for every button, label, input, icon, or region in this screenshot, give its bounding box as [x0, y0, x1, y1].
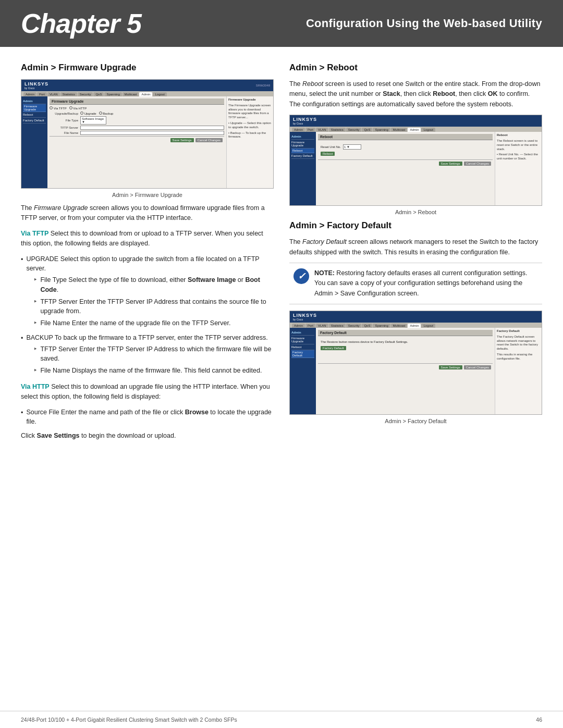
reboot-body: The Reboot screen is used to reset one S… — [289, 79, 542, 109]
page-footer: 24/48-Port 10/100 + 4-Port Gigabit Resil… — [0, 711, 563, 728]
upgrade-bullets: • UPGRADE Select this option to upgrade … — [21, 254, 274, 378]
chapter-title: Chapter 5 — [21, 8, 141, 39]
source-file-bullet: • Source File Enter the name and path of… — [21, 408, 274, 427]
factory-default-title: Admin > Factory Default — [289, 220, 542, 231]
click-save-text: Click Save Settings to begin the downloa… — [21, 431, 274, 441]
note-box: ✓ NOTE: Restoring factory defaults erase… — [289, 263, 542, 304]
right-column: Admin > Reboot The Reboot screen is used… — [289, 63, 542, 446]
reboot-screenshot: LINKSYSby Cisco Admin Port VLAN Statisti… — [289, 115, 542, 206]
via-tftp-paragraph: Via TFTP Select this to download from or… — [21, 229, 274, 249]
upgrade-bullet: • UPGRADE Select this option to upgrade … — [21, 254, 274, 330]
footer-right: 46 — [536, 717, 542, 723]
content-area: Admin > Firmware Upgrade LINKSYSby Cisco… — [0, 47, 563, 456]
note-text: NOTE: Restoring factory defaults erases … — [314, 268, 538, 299]
tftp-server-sub: ‣ TFTP Server Enter the TFTP Server IP A… — [33, 297, 274, 317]
firmware-upgrade-screenshot: LINKSYSby Cisco SRW2048 Admin Port VLAN … — [21, 79, 274, 189]
file-type-sub: ‣ File Type Select the type of file to d… — [33, 275, 274, 295]
backup-file-sub: ‣ File Name Displays the name of the fir… — [33, 366, 274, 376]
backup-tftp-sub: ‣ TFTP Server Enter the TFTP Server IP A… — [33, 344, 274, 364]
firmware-upgrade-caption: Admin > Firmware Upgrade — [21, 192, 274, 198]
note-icon: ✓ — [293, 268, 309, 284]
factory-body: The Factory Default screen allows networ… — [289, 237, 542, 257]
firmware-upgrade-title: Admin > Firmware Upgrade — [21, 63, 274, 73]
footer-left: 24/48-Port 10/100 + 4-Port Gigabit Resil… — [21, 717, 237, 723]
reboot-title: Admin > Reboot — [289, 63, 542, 73]
http-bullets: • Source File Enter the name and path of… — [21, 408, 274, 427]
linksys-logo-factory: LINKSYSby Cisco — [293, 313, 317, 321]
linksys-logo: LINKSYSby Cisco — [25, 81, 48, 90]
left-column: Admin > Firmware Upgrade LINKSYSby Cisco… — [21, 63, 274, 446]
factory-default-caption: Admin > Factory Default — [289, 418, 542, 424]
file-name-sub: ‣ File Name Enter the name of the upgrad… — [33, 318, 274, 328]
firmware-body1: The Firmware Upgrade screen allows you t… — [21, 203, 274, 224]
via-http-paragraph: Via HTTP Select this to download an upgr… — [21, 382, 274, 402]
factory-default-screenshot: LINKSYSby Cisco Admin Port VLAN Statisti… — [289, 311, 542, 415]
linksys-logo-reboot: LINKSYSby Cisco — [293, 117, 317, 125]
reboot-caption: Admin > Reboot — [289, 209, 542, 215]
chapter-subtitle: Configuration Using the Web-based Utilit… — [157, 17, 542, 30]
backup-bullet: • BACKUP To back up the firmware to a TF… — [21, 333, 274, 378]
page-header: Chapter 5 Configuration Using the Web-ba… — [0, 0, 563, 47]
